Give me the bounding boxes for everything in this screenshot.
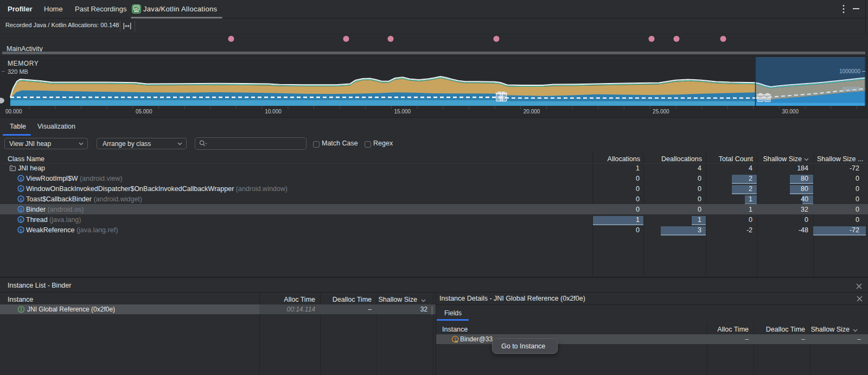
svg-text:30.000: 30.000: [782, 109, 799, 115]
svg-text:25.000: 25.000: [653, 109, 669, 115]
svg-text:20.000: 20.000: [524, 109, 540, 115]
svg-text:c: c: [20, 186, 22, 192]
svg-text:900000: 900000: [843, 86, 861, 92]
svg-text:c: c: [20, 217, 22, 223]
svg-text:05.000: 05.000: [136, 109, 152, 115]
svg-text:1000000: 1000000: [839, 68, 860, 74]
svg-text:c: c: [20, 176, 22, 181]
svg-text:15.000: 15.000: [394, 109, 411, 115]
svg-text:c: c: [20, 207, 22, 212]
svg-text:10.000: 10.000: [265, 109, 282, 115]
svg-text:00.000: 00.000: [5, 109, 22, 115]
svg-text:c: c: [20, 227, 22, 233]
svg-text:c: c: [20, 196, 22, 202]
